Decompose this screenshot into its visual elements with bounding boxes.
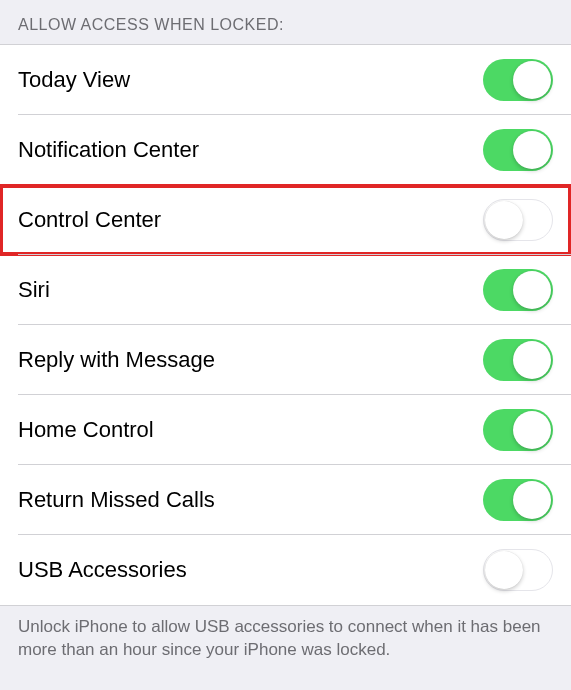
row-today-view: Today View xyxy=(0,45,571,115)
toggle-knob xyxy=(513,61,551,99)
row-label: Home Control xyxy=(18,417,154,443)
toggle-knob xyxy=(513,481,551,519)
toggle-control-center[interactable] xyxy=(483,199,553,241)
section-header: ALLOW ACCESS WHEN LOCKED: xyxy=(0,0,571,44)
toggle-usb-accessories[interactable] xyxy=(483,549,553,591)
toggle-siri[interactable] xyxy=(483,269,553,311)
row-label: Control Center xyxy=(18,207,161,233)
settings-list: Today View Notification Center Control C… xyxy=(0,44,571,606)
toggle-knob xyxy=(513,411,551,449)
section-footer: Unlock iPhone to allow USB accessories t… xyxy=(0,606,571,676)
row-label: Today View xyxy=(18,67,130,93)
row-home-control: Home Control xyxy=(0,395,571,465)
toggle-notification-center[interactable] xyxy=(483,129,553,171)
row-label: Notification Center xyxy=(18,137,199,163)
row-label: Return Missed Calls xyxy=(18,487,215,513)
row-siri: Siri xyxy=(0,255,571,325)
toggle-home-control[interactable] xyxy=(483,409,553,451)
row-reply-with-message: Reply with Message xyxy=(0,325,571,395)
toggle-today-view[interactable] xyxy=(483,59,553,101)
row-control-center: Control Center xyxy=(0,185,571,255)
row-label: Siri xyxy=(18,277,50,303)
row-notification-center: Notification Center xyxy=(0,115,571,185)
row-usb-accessories: USB Accessories xyxy=(0,535,571,605)
row-label: USB Accessories xyxy=(18,557,187,583)
toggle-knob xyxy=(485,201,523,239)
toggle-knob xyxy=(513,341,551,379)
toggle-return-missed-calls[interactable] xyxy=(483,479,553,521)
toggle-reply-with-message[interactable] xyxy=(483,339,553,381)
toggle-knob xyxy=(485,551,523,589)
toggle-knob xyxy=(513,131,551,169)
row-label: Reply with Message xyxy=(18,347,215,373)
row-return-missed-calls: Return Missed Calls xyxy=(0,465,571,535)
toggle-knob xyxy=(513,271,551,309)
